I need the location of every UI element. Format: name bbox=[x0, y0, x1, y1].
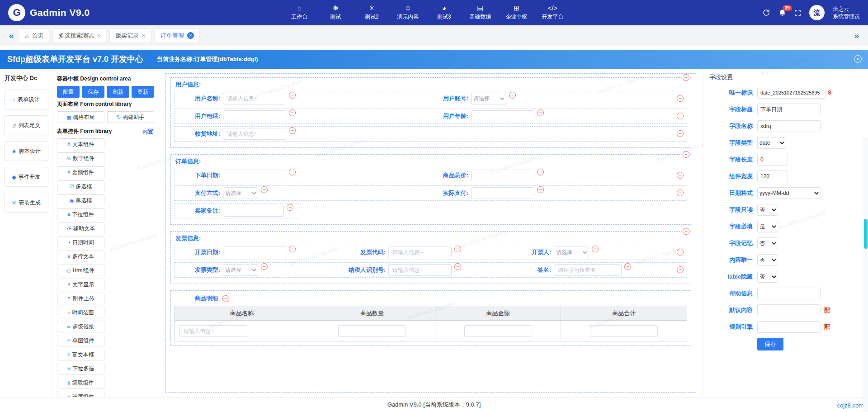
form-component-button[interactable]: ◇ Html组件 bbox=[57, 265, 104, 276]
form-component-button[interactable]: ◔ 日期时间 bbox=[57, 237, 104, 248]
remove-field-icon[interactable] bbox=[454, 263, 461, 270]
form-component-button[interactable]: ◉ 单选框 bbox=[57, 194, 104, 206]
dev-nav-item[interactable]: ♫ 列表定义 bbox=[4, 115, 48, 135]
layout-button[interactable]: ▦ 栅格布局 bbox=[57, 111, 104, 123]
form-component-button[interactable]: F 富文本框 bbox=[57, 349, 104, 360]
topbar-nav-item[interactable]: ◕ 测试3 bbox=[432, 5, 456, 21]
tab-close-icon[interactable]: × bbox=[142, 32, 146, 39]
user-name-input[interactable] bbox=[223, 93, 286, 104]
remove-field-icon[interactable] bbox=[289, 109, 296, 116]
remove-row-icon[interactable] bbox=[677, 130, 684, 137]
design-control-button[interactable]: 更新 bbox=[132, 86, 154, 98]
default-content-config-link[interactable]: 配 bbox=[824, 306, 830, 314]
vertical-scrollbar[interactable] bbox=[863, 137, 868, 412]
form-component-button[interactable]: ∞ 超级链接 bbox=[57, 321, 104, 332]
remove-section-icon[interactable] bbox=[222, 295, 229, 302]
invoice-code-input[interactable] bbox=[388, 246, 452, 258]
tab-multi-search-test[interactable]: 多选搜索测试 × bbox=[52, 28, 106, 43]
form-component-button[interactable]: ⚡ 文字显示 bbox=[57, 279, 104, 290]
remove-field-icon[interactable] bbox=[261, 186, 268, 193]
tab-close-icon[interactable]: × bbox=[187, 32, 194, 39]
design-control-button[interactable]: 刷新 bbox=[107, 86, 129, 98]
remove-field-icon[interactable] bbox=[537, 109, 544, 116]
remove-field-icon[interactable] bbox=[537, 169, 544, 175]
pay-method-select[interactable]: 请选择 bbox=[223, 187, 258, 199]
close-icon[interactable]: × bbox=[854, 55, 862, 63]
refresh-icon[interactable] bbox=[762, 9, 770, 17]
taxpayer-id-input[interactable] bbox=[388, 264, 452, 276]
invoice-drawer-select[interactable]: 请选择 bbox=[554, 246, 589, 258]
app-logo[interactable]: G bbox=[8, 4, 25, 21]
remove-field-icon[interactable] bbox=[289, 246, 296, 252]
dev-nav-item[interactable]: ◆ 事件开发 bbox=[4, 167, 48, 187]
form-component-button[interactable]: ↥ 附件上传 bbox=[57, 293, 104, 304]
form-component-button[interactable]: Æ 辅助文本 bbox=[57, 223, 104, 234]
form-component-button[interactable]: ¥ 金额组件 bbox=[57, 166, 104, 178]
seller-remark-input[interactable] bbox=[223, 205, 284, 217]
tabs-scroll-right-icon[interactable]: » bbox=[849, 31, 864, 41]
remove-row-icon[interactable] bbox=[677, 249, 684, 256]
tab-home[interactable]: ⌂ 首页 bbox=[19, 28, 49, 43]
user-account-select[interactable]: 请选择 bbox=[471, 93, 506, 104]
remove-section-icon[interactable] bbox=[683, 151, 689, 158]
remove-field-icon[interactable] bbox=[289, 127, 296, 134]
remove-field-icon[interactable] bbox=[509, 92, 516, 99]
content-unique-select[interactable]: 否 bbox=[757, 254, 778, 266]
invoice-date-input[interactable] bbox=[223, 246, 286, 258]
product-name-input[interactable] bbox=[179, 325, 247, 337]
topbar-nav-item[interactable]: ⊞ 企业中枢 bbox=[505, 5, 528, 21]
topbar-nav-item[interactable]: ✳ 测试2 bbox=[360, 5, 383, 21]
remove-field-icon[interactable] bbox=[537, 186, 544, 193]
scrollbar-thumb[interactable] bbox=[864, 219, 868, 249]
topbar-nav-item[interactable]: ▤ 基础数据 bbox=[468, 5, 492, 21]
remove-section-icon[interactable] bbox=[683, 228, 689, 235]
product-qty-input[interactable] bbox=[338, 325, 406, 337]
remove-row-icon[interactable] bbox=[677, 172, 684, 179]
help-info-input[interactable] bbox=[757, 288, 821, 299]
form-component-button[interactable]: § 级联组件 bbox=[57, 377, 104, 388]
design-control-button[interactable]: 配置 bbox=[57, 86, 80, 98]
remove-section-icon[interactable] bbox=[683, 74, 689, 81]
remove-row-icon[interactable] bbox=[677, 95, 684, 102]
field-name-input[interactable] bbox=[757, 120, 821, 132]
layout-button[interactable]: ↻ 构建助手 bbox=[107, 111, 155, 123]
form-component-button[interactable]: ≈ 时间范围 bbox=[57, 307, 104, 318]
field-title-input[interactable] bbox=[757, 104, 821, 115]
field-length-input[interactable] bbox=[757, 154, 788, 166]
tabs-scroll-left-icon[interactable]: « bbox=[4, 31, 19, 41]
order-date-input[interactable] bbox=[223, 170, 286, 181]
topbar-nav-item[interactable]: </> 开发平台 bbox=[541, 5, 564, 21]
product-total-input[interactable] bbox=[590, 325, 658, 337]
form-component-button[interactable]: ☑ 多选框 bbox=[57, 180, 104, 192]
form-component-button[interactable]: A 文本组件 bbox=[57, 138, 104, 150]
remove-field-icon[interactable] bbox=[592, 246, 599, 252]
topbar-nav-item[interactable]: ⌂ 工作台 bbox=[288, 5, 311, 21]
date-format-select[interactable]: yyyy-MM-dd bbox=[757, 187, 821, 199]
default-content-input[interactable] bbox=[757, 304, 821, 316]
dev-nav-item[interactable]: ★ 脚本设计 bbox=[4, 141, 48, 161]
save-button[interactable]: 保存 bbox=[757, 338, 783, 350]
user-info[interactable]: 流之云 系统管理员 bbox=[833, 5, 860, 20]
site-link[interactable]: cojz8.com bbox=[837, 402, 863, 409]
form-component-button[interactable]: ~ 进度组件 bbox=[57, 391, 104, 397]
dev-nav-item[interactable]: ✳ 安装生成 bbox=[4, 193, 48, 213]
builtin-link[interactable]: 内置 bbox=[142, 128, 153, 136]
remove-field-icon[interactable] bbox=[289, 92, 296, 99]
tab-sales-records[interactable]: 贩卖记录 × bbox=[109, 28, 151, 43]
remove-row-icon[interactable] bbox=[677, 266, 684, 273]
notification-bell-icon[interactable]: 39 bbox=[778, 9, 786, 17]
comp-width-input[interactable] bbox=[757, 170, 788, 182]
dev-nav-item[interactable]: ↑ 表单设计 bbox=[4, 90, 48, 109]
form-component-button[interactable]: S 下拉多选 bbox=[57, 363, 104, 374]
form-component-button[interactable]: P 单图组件 bbox=[57, 335, 104, 346]
signature-input[interactable] bbox=[554, 264, 622, 276]
user-avatar[interactable]: 流 bbox=[809, 5, 825, 20]
form-component-button[interactable]: ≡ 下拉组件 bbox=[57, 208, 104, 220]
remove-field-icon[interactable] bbox=[289, 169, 296, 175]
rule-engine-input[interactable] bbox=[757, 321, 821, 333]
tab-order-management[interactable]: 订单管理 × bbox=[155, 28, 200, 43]
total-price-input[interactable] bbox=[471, 170, 534, 181]
user-age-input[interactable] bbox=[471, 110, 534, 122]
product-amount-input[interactable] bbox=[464, 325, 532, 337]
memory-select[interactable]: 否 bbox=[757, 237, 778, 249]
